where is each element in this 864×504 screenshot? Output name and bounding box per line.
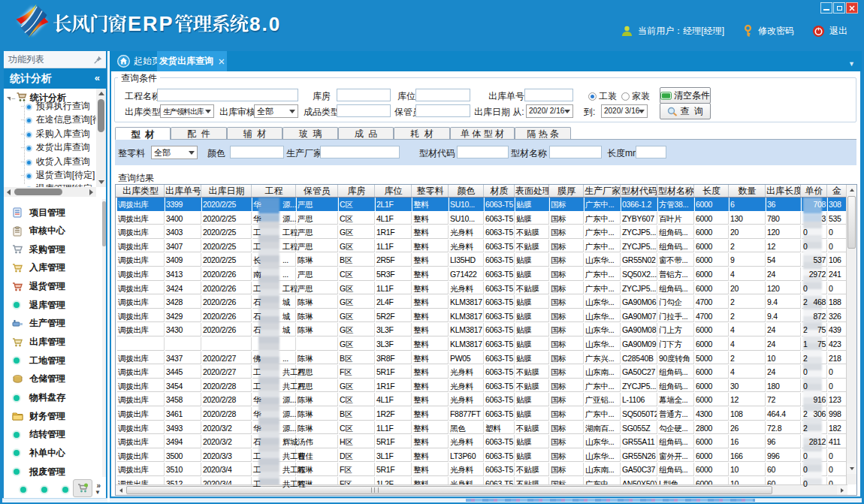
svg-text:ERP: ERP — [128, 13, 174, 35]
svg-text:8.0: 8.0 — [249, 13, 281, 35]
